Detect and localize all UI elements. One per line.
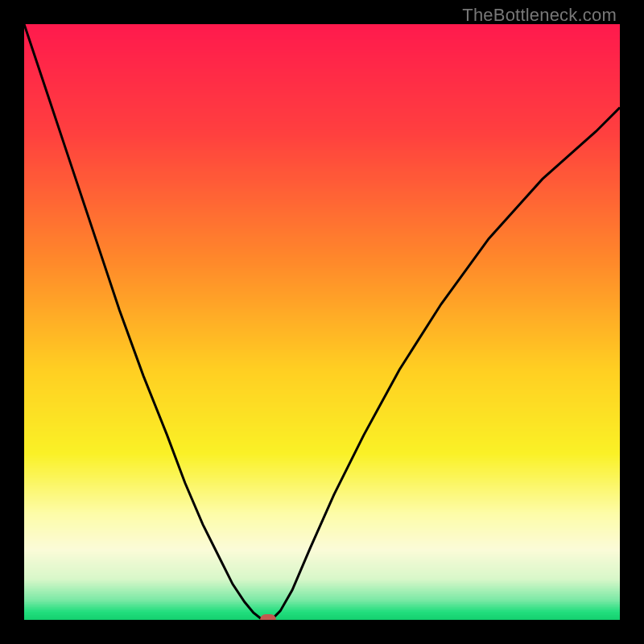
watermark-text: TheBottleneck.com <box>462 5 617 26</box>
plot-area <box>24 24 620 620</box>
optimum-marker <box>260 614 276 620</box>
curve-layer <box>24 24 620 620</box>
bottleneck-curve <box>24 24 620 620</box>
chart-frame: TheBottleneck.com <box>0 0 644 644</box>
